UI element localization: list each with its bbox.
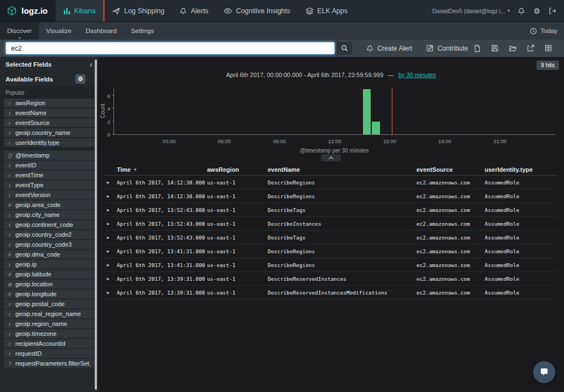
field-item-@timestamp[interactable]: ◷@timestamp bbox=[4, 151, 94, 160]
bar-chart-icon bbox=[63, 7, 70, 14]
field-name: @timestamp bbox=[15, 152, 50, 159]
collapse-histogram-button[interactable] bbox=[321, 154, 341, 161]
field-item-userIdentity.type[interactable]: tuserIdentity.type bbox=[4, 138, 94, 147]
tab-dashboard[interactable]: Dashboard bbox=[79, 22, 124, 40]
cell-time: April 6th 2017, 13:39:31.000 bbox=[117, 290, 207, 296]
share-icon[interactable] bbox=[527, 45, 534, 52]
column-header-eventsource[interactable]: eventSource bbox=[416, 166, 485, 173]
expand-row-icon[interactable]: ▶ bbox=[105, 263, 117, 268]
column-header-time[interactable]: Time ▼ bbox=[117, 166, 207, 173]
field-item-geoip.location[interactable]: ⊕geoip.location bbox=[4, 280, 94, 288]
save-search-icon[interactable] bbox=[491, 45, 498, 52]
field-item-eventType[interactable]: teventType bbox=[4, 181, 94, 189]
time-picker[interactable]: Today bbox=[530, 22, 564, 40]
notifications-bell-icon[interactable] bbox=[518, 7, 525, 15]
table-row[interactable]: ▶April 6th 2017, 13:52:43.000us-east-1De… bbox=[105, 231, 557, 244]
expand-row-icon[interactable]: ▶ bbox=[105, 249, 117, 254]
field-item-geoip.city_name[interactable]: tgeoip.city_name bbox=[4, 210, 94, 219]
available-fields-label: Available Fields bbox=[6, 76, 53, 83]
field-item-recipientAccountId[interactable]: trecipientAccountId bbox=[4, 339, 94, 348]
column-header-eventname[interactable]: eventName bbox=[268, 166, 416, 173]
field-type-icon: t bbox=[7, 321, 12, 327]
field-item-geoip.real_region_name[interactable]: tgeoip.real_region_name bbox=[4, 309, 94, 318]
cell-eventname: DescribeRegions bbox=[268, 262, 416, 268]
tab-discover[interactable]: Discover ▲ bbox=[0, 22, 39, 40]
field-item-requestParameters.filterSet.items[interactable]: ?requestParameters.filterSet.items bbox=[4, 359, 94, 368]
cell-eventsource: ec2.amazonaws.com bbox=[416, 262, 485, 268]
expand-row-icon[interactable]: ▶ bbox=[105, 180, 117, 185]
expand-row-icon[interactable]: ▶ bbox=[105, 208, 117, 213]
cell-eventsource: ec2.amazonaws.com bbox=[416, 276, 485, 282]
table-row[interactable]: ▶April 6th 2017, 13:52:43.000us-east-1De… bbox=[105, 203, 557, 217]
field-item-eventID[interactable]: teventID bbox=[4, 161, 94, 170]
cell-useridentity-type: AssumedRole bbox=[485, 179, 557, 186]
chat-launcher-button[interactable] bbox=[533, 361, 555, 383]
sidebar-scrollbar[interactable] bbox=[95, 59, 97, 390]
field-type-icon: t bbox=[7, 262, 12, 268]
interval-link[interactable]: by 30 minutes bbox=[398, 72, 436, 78]
sign-out-icon[interactable] bbox=[549, 7, 556, 15]
settings-gear-icon[interactable]: ⚙ bbox=[533, 7, 540, 15]
expand-row-icon[interactable]: ▶ bbox=[105, 221, 117, 226]
field-name: eventID bbox=[15, 162, 36, 168]
expand-row-icon[interactable]: ▶ bbox=[105, 276, 117, 281]
column-header-awsregion[interactable]: awsRegion bbox=[207, 166, 268, 173]
gear-icon: ⚙ bbox=[78, 75, 83, 83]
histogram-bar-14:00[interactable] bbox=[372, 122, 380, 134]
expand-row-icon[interactable]: ▶ bbox=[105, 194, 117, 199]
nav-item-kibana[interactable]: Kibana bbox=[56, 0, 104, 21]
field-item-geoip.country_code3[interactable]: tgeoip.country_code3 bbox=[4, 240, 94, 249]
field-type-icon: t bbox=[7, 130, 12, 136]
field-item-geoip.postal_code[interactable]: tgeoip.postal_code bbox=[4, 300, 94, 308]
field-item-requestID[interactable]: trequestID bbox=[4, 349, 94, 358]
field-item-geoip.area_code[interactable]: #geoip.area_code bbox=[4, 200, 94, 209]
open-search-icon[interactable] bbox=[509, 45, 517, 52]
field-item-geoip.country_code2[interactable]: tgeoip.country_code2 bbox=[4, 230, 94, 239]
cell-useridentity-type: AssumedRole bbox=[485, 248, 557, 254]
field-settings-button[interactable]: ⚙ bbox=[75, 74, 85, 84]
cell-time: April 6th 2017, 14:12:38.000 bbox=[117, 179, 207, 186]
contribute-button[interactable]: Contribute bbox=[426, 45, 468, 52]
new-search-icon[interactable] bbox=[474, 45, 481, 52]
table-grid-icon[interactable] bbox=[545, 45, 552, 52]
field-item-geoip.dma_code[interactable]: #geoip.dma_code bbox=[4, 250, 94, 259]
search-input[interactable] bbox=[6, 42, 335, 55]
expand-row-icon[interactable]: ▶ bbox=[105, 235, 117, 240]
tab-label: Visualize bbox=[46, 28, 72, 34]
table-row[interactable]: ▶April 6th 2017, 13:39:31.000us-east-1De… bbox=[105, 286, 557, 300]
field-name: geoip.city_name bbox=[15, 211, 59, 218]
field-item-geoip.latitude[interactable]: #geoip.latitude bbox=[4, 270, 94, 279]
field-item-eventTime[interactable]: teventTime bbox=[4, 171, 94, 179]
nav-item-elk-apps[interactable]: ELK Apps bbox=[298, 0, 355, 21]
field-item-geoip.longitude[interactable]: #geoip.longitude bbox=[4, 290, 94, 298]
table-row[interactable]: ▶April 6th 2017, 13:41:31.000us-east-1De… bbox=[105, 258, 557, 272]
field-item-geoip.continent_code[interactable]: tgeoip.continent_code bbox=[4, 220, 94, 229]
table-row[interactable]: ▶April 6th 2017, 13:52:43.000us-east-1De… bbox=[105, 217, 557, 231]
nav-item-alerts[interactable]: Alerts bbox=[172, 0, 216, 21]
table-row[interactable]: ▶April 6th 2017, 14:12:38.000us-east-1De… bbox=[105, 189, 557, 203]
field-item-geoip.region_name[interactable]: tgeoip.region_name bbox=[4, 319, 94, 328]
table-row[interactable]: ▶April 6th 2017, 13:41:31.000us-east-1De… bbox=[105, 244, 557, 258]
field-item-awsRegion[interactable]: tawsRegion bbox=[4, 99, 94, 107]
create-alert-button[interactable]: Create Alert bbox=[366, 45, 412, 52]
field-item-eventSource[interactable]: teventSource bbox=[4, 118, 94, 127]
search-button[interactable] bbox=[337, 42, 352, 55]
user-menu[interactable]: DanielDev5 (daniel@logz.i... ▾ bbox=[432, 8, 510, 14]
histogram-bar-13:30[interactable] bbox=[363, 89, 371, 134]
table-row[interactable]: ▶April 6th 2017, 13:39:31.000us-east-1De… bbox=[105, 272, 557, 286]
logzio-brand[interactable]: logz.io bbox=[0, 0, 56, 21]
field-type-icon: t bbox=[7, 232, 12, 238]
table-row[interactable]: ▶April 6th 2017, 14:12:38.000us-east-1De… bbox=[105, 176, 557, 189]
nav-item-log-shipping[interactable]: Log Shipping bbox=[105, 0, 172, 21]
field-item-geoip.timezone[interactable]: tgeoip.timezone bbox=[4, 329, 94, 338]
tab-visualize[interactable]: Visualize bbox=[39, 22, 79, 40]
field-item-geoip.country_name[interactable]: tgeoip.country_name bbox=[4, 128, 94, 137]
field-item-eventVersion[interactable]: teventVersion bbox=[4, 190, 94, 199]
tab-settings[interactable]: Settings bbox=[124, 22, 161, 40]
field-item-eventName[interactable]: teventName bbox=[4, 108, 94, 117]
field-item-geoip.ip[interactable]: tgeoip.ip bbox=[4, 260, 94, 269]
nav-item-cognitive-insights[interactable]: Cognitive Insights bbox=[216, 0, 298, 21]
collapse-sidebar-icon[interactable]: ‹ bbox=[90, 62, 93, 67]
expand-row-icon[interactable]: ▶ bbox=[105, 290, 117, 295]
column-header-useridentity-type[interactable]: userIdentity.type bbox=[485, 166, 557, 173]
